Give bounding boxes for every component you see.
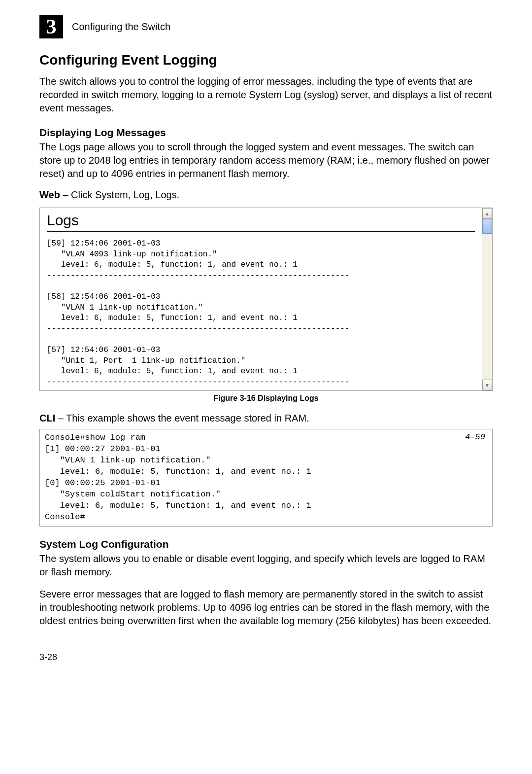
logs-panel-title: Logs xyxy=(47,212,475,229)
web-path: – Click System, Log, Logs. xyxy=(60,189,179,200)
logs-text: [59] 12:54:06 2001-01-03 "VLAN 4093 link… xyxy=(47,239,475,390)
logs-content: Logs [59] 12:54:06 2001-01-03 "VLAN 4093… xyxy=(40,208,482,390)
chapter-title: Configuring the Switch xyxy=(72,21,170,33)
subsection1-body: The Logs page allows you to scroll throu… xyxy=(39,141,493,180)
scroll-down-button[interactable]: ▼ xyxy=(482,380,492,390)
cli-output-text: Console#show log ram [1] 00:00:27 2001-0… xyxy=(45,432,487,523)
web-label: Web xyxy=(39,189,60,200)
page: 3 Configuring the Switch Configuring Eve… xyxy=(0,0,532,682)
logs-heading-wrap: Logs xyxy=(47,212,475,232)
cli-intro-line: CLI – This example shows the event messa… xyxy=(39,413,493,424)
vertical-scrollbar[interactable]: ▲ ▼ xyxy=(482,208,492,390)
chevron-up-icon: ▲ xyxy=(485,211,490,216)
chapter-number-badge: 3 xyxy=(39,15,63,38)
cli-page-ref: 4-59 xyxy=(465,432,485,442)
cli-rest: – This example shows the event message s… xyxy=(55,413,309,423)
scroll-up-button[interactable]: ▲ xyxy=(482,208,492,219)
page-number: 3-28 xyxy=(39,652,493,663)
section-heading: Configuring Event Logging xyxy=(39,52,493,68)
subsection-heading-system-log-configuration: System Log Configuration xyxy=(39,538,493,550)
chapter-header: 3 Configuring the Switch xyxy=(39,15,493,38)
subsection-heading-displaying-log-messages: Displaying Log Messages xyxy=(39,127,493,139)
syslog-p1: The system allows you to enable or disab… xyxy=(39,552,493,579)
figure-caption: Figure 3-16 Displaying Logs xyxy=(39,394,493,403)
syslog-p2: Severe error messages that are logged to… xyxy=(39,588,493,628)
intro-paragraph: The switch allows you to control the log… xyxy=(39,75,493,115)
scroll-track[interactable] xyxy=(482,219,492,380)
logs-screenshot-frame: Logs [59] 12:54:06 2001-01-03 "VLAN 4093… xyxy=(39,208,493,391)
cli-output-box: 4-59 Console#show log ram [1] 00:00:27 2… xyxy=(39,429,493,527)
scroll-thumb[interactable] xyxy=(482,219,492,234)
cli-label: CLI xyxy=(39,413,55,423)
chevron-down-icon: ▼ xyxy=(485,383,490,388)
web-nav-line: Web – Click System, Log, Logs. xyxy=(39,189,493,201)
